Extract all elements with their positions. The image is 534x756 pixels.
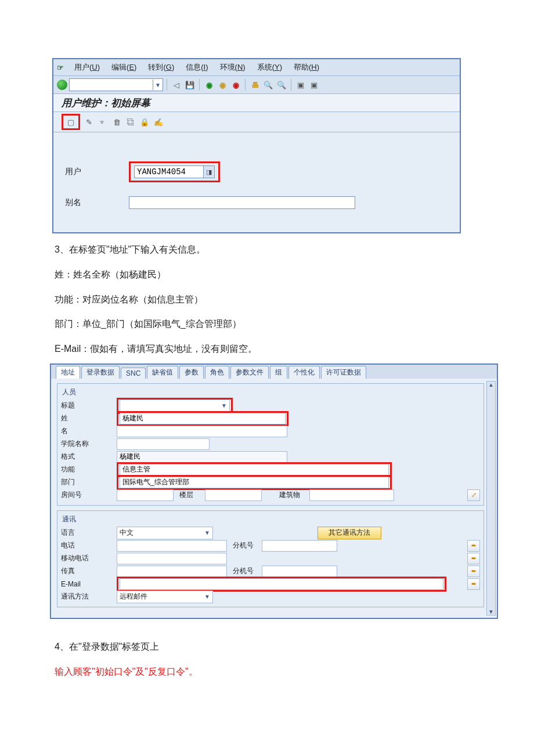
building-label: 建筑物 xyxy=(279,490,309,500)
cancel-icon[interactable]: ◉ xyxy=(230,79,241,91)
doc-step4: 4、在"登录数据"标签页上 xyxy=(55,639,472,656)
menu-goto[interactable]: 转到(G) xyxy=(142,62,180,73)
acad-label: 学院名称 xyxy=(61,439,117,449)
tab-logon[interactable]: 登录数据 xyxy=(81,366,120,379)
lock-icon[interactable]: 🔒 xyxy=(139,117,150,127)
other-comm-button[interactable]: 其它通讯方法 xyxy=(317,527,381,539)
format-display xyxy=(117,451,287,463)
tab-license[interactable]: 许可证数据 xyxy=(321,366,366,379)
command-field[interactable]: ▼ xyxy=(69,78,163,91)
back-icon[interactable]: ◁ xyxy=(171,79,182,91)
chevron-down-icon[interactable]: ▼ xyxy=(204,593,210,600)
expand-icon[interactable]: ⤢ xyxy=(467,489,480,501)
surname-label: 姓 xyxy=(61,413,117,423)
firstname-input[interactable] xyxy=(117,426,287,437)
dept-highlight xyxy=(117,475,392,490)
title-label: 标题 xyxy=(61,401,117,411)
ext-input[interactable] xyxy=(262,540,337,552)
ext-label: 分机号 xyxy=(233,541,262,550)
tab-defaults[interactable]: 缺省值 xyxy=(147,366,178,379)
menu-system[interactable]: 系统(Y) xyxy=(251,62,288,73)
acad-input[interactable] xyxy=(117,438,210,450)
user-label: 用户 xyxy=(65,167,129,177)
tab-panel: ▲▼ 人员 标题 ▼ 姓 名 xyxy=(51,379,497,618)
floor-label: 楼层 xyxy=(179,490,205,500)
group-comm: 通讯 语言 中文▼ 其它通讯方法 电话 分机号 ➨ 移动电 xyxy=(57,510,484,607)
scroll-up-icon[interactable]: ▲ xyxy=(488,381,494,388)
alias-label: 别名 xyxy=(65,197,129,208)
group-person: 人员 标题 ▼ 姓 名 学院名称 xyxy=(57,383,484,506)
password-icon[interactable]: ✍ xyxy=(153,117,164,127)
create-icon[interactable]: ▢ xyxy=(66,117,76,127)
chevron-down-icon[interactable]: ▼ xyxy=(221,402,227,409)
function-input[interactable] xyxy=(120,464,389,476)
building-input[interactable] xyxy=(309,489,394,501)
screen-title: 用户维护：初始屏幕 xyxy=(53,94,460,112)
display-icon[interactable]: ᯤ xyxy=(98,117,108,127)
surname-input[interactable] xyxy=(120,413,286,424)
menu-edit[interactable]: 编辑(E) xyxy=(106,62,142,73)
more-email-icon[interactable]: ➨ xyxy=(467,578,480,590)
find-icon[interactable]: 🔍 xyxy=(262,79,274,91)
email-input[interactable] xyxy=(120,578,443,590)
lang-select[interactable]: 中文▼ xyxy=(117,527,213,539)
delete-icon[interactable]: 🗑 xyxy=(111,117,122,127)
fax-ext-label: 分机号 xyxy=(233,566,262,576)
back-green-icon[interactable]: ◉ xyxy=(203,79,215,91)
tab-groups[interactable]: 组 xyxy=(270,366,287,379)
menu-user[interactable]: 用户(U) xyxy=(68,62,106,73)
tab-profiles[interactable]: 参数文件 xyxy=(230,366,269,379)
user-input[interactable] xyxy=(134,165,204,178)
menu-env[interactable]: 环境(N) xyxy=(214,62,251,73)
new-session-icon[interactable]: ▣ xyxy=(295,79,306,91)
alias-input[interactable] xyxy=(129,196,355,209)
menu-indicator-icon: ☞ xyxy=(57,63,64,72)
tab-personalize[interactable]: 个性化 xyxy=(288,366,320,379)
phone-input[interactable] xyxy=(117,540,227,552)
scroll-down-icon[interactable]: ▼ xyxy=(488,609,494,615)
save-icon[interactable]: 💾 xyxy=(184,79,196,91)
method-select[interactable]: 远程邮件▼ xyxy=(117,591,213,603)
chevron-down-icon[interactable]: ▼ xyxy=(204,530,210,536)
change-icon[interactable]: ✎ xyxy=(84,117,94,127)
menu-help[interactable]: 帮助(H) xyxy=(288,62,325,73)
user-highlight: ◨ xyxy=(129,161,220,182)
shortcut-icon[interactable]: ▣ xyxy=(308,79,320,91)
lang-label: 语言 xyxy=(61,528,117,538)
more-phone-icon[interactable]: ➨ xyxy=(467,540,480,552)
floor-input[interactable] xyxy=(205,489,262,501)
more-mobile-icon[interactable]: ➨ xyxy=(467,553,480,564)
enter-icon[interactable] xyxy=(57,80,67,90)
tab-snc[interactable]: SNC xyxy=(121,368,146,379)
surname-highlight xyxy=(117,411,288,426)
more-fax-icon[interactable]: ➨ xyxy=(467,566,480,577)
create-highlight: ▢ xyxy=(62,114,80,130)
tab-address[interactable]: 地址 xyxy=(56,366,80,379)
title-select[interactable]: ▼ xyxy=(120,399,230,412)
doc-step5: 输入顾客"初始口令"及"反复口令"。 xyxy=(55,664,472,681)
tab-params[interactable]: 参数 xyxy=(179,366,204,379)
scrollbar[interactable]: ▲▼ xyxy=(486,381,496,615)
dept-input[interactable] xyxy=(120,477,389,488)
app-toolbar: ▢ ✎ ᯤ 🗑 ⿻ 🔒 ✍ xyxy=(53,112,460,132)
doc-func: 功能：对应岗位名称（如信息主管） xyxy=(55,291,472,308)
fax-ext-input[interactable] xyxy=(262,566,337,577)
chevron-down-icon[interactable]: ▼ xyxy=(153,80,163,90)
search-help-icon[interactable]: ◨ xyxy=(204,165,215,178)
mobile-input[interactable] xyxy=(117,553,227,564)
find-next-icon[interactable]: 🔍 xyxy=(276,79,287,91)
mobile-label: 移动电话 xyxy=(61,553,117,563)
exit-icon[interactable]: ◉ xyxy=(217,79,228,91)
menu-info[interactable]: 信息(I) xyxy=(180,62,214,73)
dept-label: 部门 xyxy=(61,477,117,487)
format-label: 格式 xyxy=(61,452,117,462)
doc-mail: E-Mail：假如有，请填写真实地址，没有则留空。 xyxy=(55,341,472,358)
form-area: 用户 ◨ 别名 xyxy=(53,132,460,232)
tab-roles[interactable]: 角色 xyxy=(205,366,229,379)
sap-window-initial: ☞ 用户(U) 编辑(E) 转到(G) 信息(I) 环境(N) 系统(Y) 帮助… xyxy=(52,58,461,233)
print-icon[interactable]: 🖶 xyxy=(249,79,261,91)
fax-input[interactable] xyxy=(117,566,227,577)
doc-step3: 3、在标签页"地址"下输入有关信息。 xyxy=(55,242,472,258)
room-input[interactable] xyxy=(117,489,174,501)
copy-icon[interactable]: ⿻ xyxy=(125,117,136,127)
